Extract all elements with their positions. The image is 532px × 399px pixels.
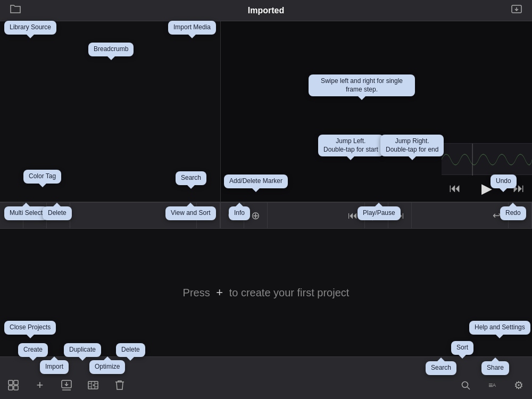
empty-state-text: Press + to create your first project <box>183 287 350 298</box>
tooltip-info: Info <box>229 206 250 220</box>
page-title: Imported <box>248 6 284 15</box>
tooltip-delete-bottom: Delete <box>116 343 145 357</box>
search-bottom-icon[interactable] <box>452 376 479 395</box>
svg-rect-7 <box>14 386 18 390</box>
top-bar-right-icon[interactable] <box>506 2 527 19</box>
tooltip-play-pause: Play/Pause <box>358 206 401 220</box>
tooltip-library-source: Library Source <box>4 21 56 35</box>
tooltip-search-toolbar: Search <box>176 171 206 185</box>
tooltip-share: Share <box>481 361 509 375</box>
tooltip-delete: Delete <box>43 206 72 220</box>
playback-bar: ⏮ ▶ ⏭ <box>442 175 532 202</box>
top-bar-left-icon[interactable] <box>5 2 26 19</box>
svg-rect-4 <box>9 380 13 385</box>
main-content: Press + to create your first project <box>0 229 532 356</box>
projects-icon[interactable] <box>0 376 27 395</box>
tooltip-jump-left: Jump Left. Double-tap for start <box>318 135 384 156</box>
tooltip-optimize: Optimize <box>89 360 125 374</box>
bottom-icons-left: + <box>0 376 160 395</box>
add-project-icon[interactable]: + <box>27 376 53 395</box>
tooltip-close-projects: Close Projects <box>4 321 56 335</box>
svg-line-17 <box>468 387 470 390</box>
tooltip-breadcrumb: Breadcrumb <box>88 43 134 56</box>
tooltip-redo: Redo <box>500 206 526 220</box>
tooltip-add-marker: Add/Delete Marker <box>224 174 288 188</box>
film-add-icon[interactable] <box>80 376 106 395</box>
gear-icon[interactable]: ⚙ <box>505 376 532 395</box>
svg-rect-6 <box>9 386 13 390</box>
svg-point-16 <box>462 382 468 388</box>
tooltip-create: Create <box>18 343 48 357</box>
top-bar: Imported <box>0 0 532 21</box>
skip-back-button[interactable]: ⏮ <box>444 178 466 199</box>
tooltip-duplicate: Duplicate <box>64 343 101 357</box>
download-bottom-icon[interactable] <box>53 376 80 395</box>
tooltip-swipe-hint: Swipe left and right for single frame st… <box>309 74 415 96</box>
empty-state-rest: to create your first project <box>229 287 350 298</box>
empty-state: Press + to create your first project <box>183 286 350 300</box>
tooltip-search-bottom: Search <box>426 361 456 375</box>
filter-bottom-icon[interactable]: ≡A <box>479 376 505 395</box>
waveform <box>442 143 532 175</box>
tooltip-view-sort: View and Sort <box>165 206 216 220</box>
svg-rect-5 <box>14 380 18 385</box>
tooltip-import-media: Import Media <box>168 21 216 35</box>
tooltip-multi-select: Multi Select <box>4 206 48 220</box>
plus-symbol: + <box>216 286 223 299</box>
tooltip-sort: Sort <box>451 341 473 355</box>
trash-bottom-icon[interactable] <box>106 376 133 395</box>
bottom-icons-right: ≡A ⚙ <box>415 376 532 395</box>
tooltip-color-tag: Color Tag <box>23 170 61 184</box>
folder-icon[interactable] <box>5 2 26 19</box>
import-icon[interactable] <box>506 2 527 19</box>
tooltip-import: Import <box>40 360 69 374</box>
tooltip-jump-right: Jump Right. Double-tap for end <box>380 135 444 156</box>
tooltip-undo: Undo <box>491 174 517 188</box>
tooltip-help-settings: Help and Settings <box>469 321 530 335</box>
